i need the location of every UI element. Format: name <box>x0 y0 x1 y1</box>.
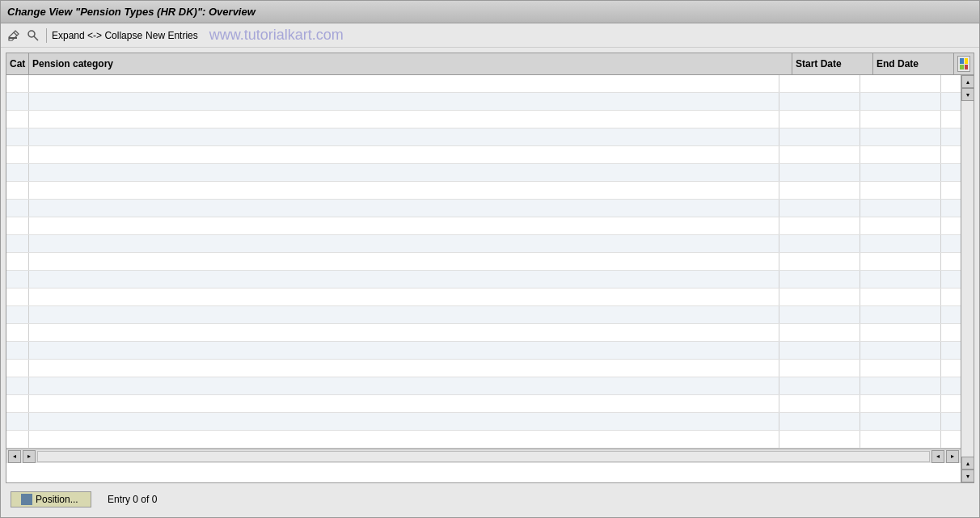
table-row[interactable] <box>6 342 961 360</box>
cell-end <box>860 271 941 288</box>
table-row[interactable] <box>6 360 961 377</box>
scroll-right-near-button[interactable]: ▸ <box>23 450 36 463</box>
cell-cat <box>6 200 29 217</box>
scroll-left-end-button[interactable]: ◂ <box>931 450 944 463</box>
cell-end <box>860 253 941 270</box>
cell-scroll <box>941 235 961 252</box>
cell-start <box>779 271 860 288</box>
table-container: Cat Pension category Start Date End Date <box>6 53 974 483</box>
cell-scroll <box>941 377 961 394</box>
cell-end <box>860 75 941 92</box>
cell-scroll <box>941 217 961 234</box>
table-header: Cat Pension category Start Date End Date <box>6 53 974 75</box>
cell-end <box>860 377 941 394</box>
scroll-down-button[interactable]: ▾ <box>961 88 974 101</box>
table-row[interactable] <box>6 288 961 306</box>
position-button[interactable]: Position... <box>11 491 91 507</box>
table-row[interactable] <box>6 182 961 200</box>
cell-cat <box>6 75 29 92</box>
cell-scroll <box>941 360 961 377</box>
cell-pension <box>29 253 779 270</box>
scroll-down-end-button[interactable]: ▾ <box>961 470 974 482</box>
cell-pension <box>29 182 779 199</box>
table-row[interactable] <box>6 413 961 431</box>
cell-cat <box>6 128 29 145</box>
cell-cat <box>6 253 29 270</box>
table-row[interactable] <box>6 217 961 235</box>
cell-end <box>860 342 941 359</box>
scroll-track-vertical[interactable] <box>961 101 974 457</box>
svg-point-3 <box>28 31 35 37</box>
expand-collapse-button[interactable]: Expand <-> Collapse <box>52 30 142 41</box>
cell-start <box>779 93 860 110</box>
table-row[interactable] <box>6 235 961 253</box>
edit-icon[interactable] <box>6 27 22 44</box>
table-row[interactable] <box>6 164 961 182</box>
scroll-left-button[interactable]: ◂ <box>8 450 21 463</box>
title-bar: Change View "Pension Types (HR DK)": Ove… <box>1 1 979 23</box>
scroll-up-button[interactable]: ▴ <box>961 75 974 88</box>
table-row[interactable] <box>6 253 961 271</box>
cell-end <box>860 128 941 145</box>
cell-pension <box>29 200 779 217</box>
cell-end <box>860 431 941 448</box>
cell-scroll <box>941 324 961 341</box>
cell-pension <box>29 413 779 430</box>
table-row[interactable] <box>6 306 961 324</box>
cell-scroll <box>941 271 961 288</box>
cell-cat <box>6 271 29 288</box>
cell-end <box>860 235 941 252</box>
vertical-scrollbar: ▴ ▾ ▴ ▾ <box>961 75 974 482</box>
table-row[interactable] <box>6 324 961 342</box>
find-icon[interactable] <box>25 27 41 44</box>
cell-cat <box>6 413 29 430</box>
scroll-up-end-button[interactable]: ▴ <box>961 457 974 470</box>
cell-end <box>860 164 941 181</box>
main-content: Cat Pension category Start Date End Date <box>1 48 979 517</box>
horizontal-scrollbar: ◂ ▸ ◂ ▸ <box>6 449 961 463</box>
svg-line-2 <box>14 32 17 36</box>
table-row[interactable] <box>6 431 961 449</box>
cell-pension <box>29 342 779 359</box>
cell-cat <box>6 306 29 323</box>
table-row[interactable] <box>6 395 961 413</box>
table-row[interactable] <box>6 128 961 146</box>
table-row[interactable] <box>6 200 961 217</box>
window-title: Change View "Pension Types (HR DK)": Ove… <box>7 6 256 18</box>
cell-end <box>860 146 941 163</box>
table-row[interactable] <box>6 377 961 395</box>
cell-cat <box>6 164 29 181</box>
cell-scroll <box>941 200 961 217</box>
scroll-right-end-button[interactable]: ▸ <box>946 450 959 463</box>
cell-pension <box>29 431 779 448</box>
cell-cat <box>6 288 29 305</box>
cell-start <box>779 235 860 252</box>
watermark: www.tutorialkart.com <box>209 27 344 44</box>
scroll-track-horizontal[interactable] <box>37 451 930 462</box>
table-row[interactable] <box>6 93 961 111</box>
cell-start <box>779 164 860 181</box>
cell-scroll <box>941 306 961 323</box>
cell-start <box>779 431 860 448</box>
new-entries-button[interactable]: New Entries <box>146 30 198 41</box>
cell-cat <box>6 217 29 234</box>
cell-pension <box>29 324 779 341</box>
cell-start <box>779 128 860 145</box>
column-settings-button[interactable] <box>954 53 974 74</box>
cell-pension <box>29 75 779 92</box>
cell-cat <box>6 146 29 163</box>
cell-start <box>779 182 860 199</box>
cell-pension <box>29 164 779 181</box>
table-row[interactable] <box>6 271 961 288</box>
table-row[interactable] <box>6 75 961 93</box>
cell-pension <box>29 146 779 163</box>
cell-pension <box>29 306 779 323</box>
table-row[interactable] <box>6 146 961 164</box>
cell-pension <box>29 128 779 145</box>
cell-start <box>779 377 860 394</box>
cell-cat <box>6 431 29 448</box>
cell-start <box>779 395 860 412</box>
table-row[interactable] <box>6 111 961 128</box>
table-body: ◂ ▸ ◂ ▸ <box>6 75 961 482</box>
column-config-icon <box>957 56 970 72</box>
